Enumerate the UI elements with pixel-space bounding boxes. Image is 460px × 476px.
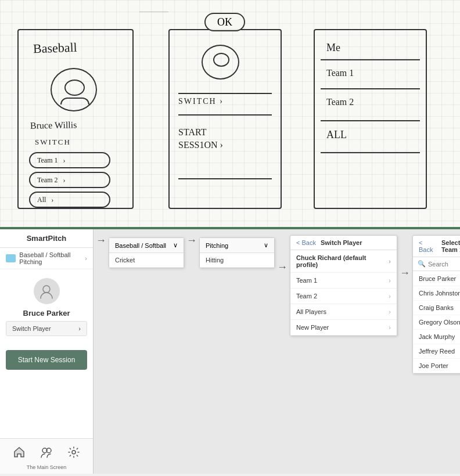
- sp-nav-sport[interactable]: Baseball / Softball Pitching ›: [0, 248, 93, 269]
- sport-chevron: ∨: [173, 241, 178, 249]
- home-nav-icon[interactable]: [6, 443, 33, 461]
- flow-arrow-4: →: [397, 264, 412, 282]
- new-arrow: ›: [389, 324, 391, 331]
- sketch-frame-1: Baseball Bruce Willis SWITCH Team 1 › Te…: [17, 29, 134, 209]
- sp-title: SmartPitch: [0, 229, 93, 248]
- team1-arrow: ›: [389, 277, 391, 284]
- select-panel-header: < Back Select Player from Team 1: [413, 236, 460, 257]
- dropdowns-column: Baseball / Softball ∨ Cricket: [109, 229, 184, 474]
- svg-point-0: [43, 286, 50, 293]
- switch-player-button[interactable]: Switch Player ›: [6, 321, 87, 336]
- sketch-avatar2: [202, 45, 239, 80]
- switch-panel-header: < Back Switch Player: [290, 236, 397, 250]
- all-arrow: ›: [389, 308, 391, 315]
- select-player-column: < Back Select Player from Team 1 🔍 Bruce…: [412, 229, 460, 474]
- settings-nav-icon[interactable]: [60, 443, 87, 461]
- flow-arrow-1: →: [94, 232, 109, 249]
- sport-cricket-label: Cricket: [115, 257, 135, 264]
- team2-item[interactable]: Team 2 ›: [290, 289, 397, 304]
- player-item[interactable]: Joe Porter: [413, 359, 460, 373]
- sport-icon: [6, 254, 16, 262]
- sketch-head2: [213, 53, 229, 67]
- player-item[interactable]: Craig Banks: [413, 301, 460, 315]
- search-input[interactable]: [428, 261, 460, 268]
- nav-sport-label: Baseball / Softball Pitching: [19, 251, 85, 265]
- select-back-link[interactable]: < Back: [419, 239, 437, 253]
- player-list: Bruce Parker✓Chris JohnstonCraig BanksGr…: [413, 271, 460, 373]
- sketch-connector: [139, 12, 168, 12]
- player-item[interactable]: Jeffrey Reed: [413, 344, 460, 359]
- sketch-all-btn: All ›: [29, 192, 110, 208]
- team1-item[interactable]: Team 1 ›: [290, 273, 397, 289]
- sketch-divider3: [321, 120, 420, 121]
- player-name-label: Bruce Parker: [419, 275, 456, 282]
- sketch-start-label: STARTSESS1ON ›: [178, 126, 223, 152]
- switch-player-panel: < Back Switch Player Chuck Richard (defa…: [290, 235, 397, 336]
- search-box: 🔍: [413, 257, 460, 271]
- team1-label: Team 1: [296, 277, 317, 284]
- sketch-team1-btn: Team 1 ›: [29, 152, 110, 168]
- sketch-frame-3: Me Team 1 Team 2 ALL: [314, 29, 427, 209]
- player-item[interactable]: Jack Murphy: [413, 330, 460, 344]
- player-name-label: Jack Murphy: [419, 333, 455, 340]
- sketch-team1-label: Team 1: [326, 68, 354, 78]
- sp-profile: Bruce Parker Switch Player › Start New S…: [0, 269, 93, 376]
- sketch-area: Baseball Bruce Willis SWITCH Team 1 › Te…: [0, 0, 460, 229]
- flow-arrow-3: →: [275, 258, 290, 276]
- start-session-button[interactable]: Start New Session: [6, 350, 87, 370]
- all-players-item[interactable]: All Players ›: [290, 304, 397, 320]
- sketch-divider2: [321, 88, 420, 89]
- sketch-switch-label: SWITCH: [35, 138, 71, 147]
- sp-bottom-label: The Main Screen: [0, 463, 93, 474]
- default-arrow: ›: [389, 258, 391, 265]
- sketch-all-label: ALL: [326, 129, 347, 141]
- sketch-line2: [178, 114, 272, 116]
- sketch-ok-btn: OK: [204, 13, 245, 31]
- player-name-label: Craig Banks: [419, 304, 454, 311]
- select-panel-title: Select Player from Team 1: [441, 239, 460, 253]
- player-item[interactable]: Chris Johnston: [413, 286, 460, 301]
- sketch-line3: [178, 178, 272, 179]
- svg-point-3: [72, 450, 76, 454]
- mode-column: Pitching ∨ Hitting: [199, 229, 275, 474]
- sport-dropdown: Baseball / Softball ∨ Cricket: [109, 237, 184, 268]
- team2-label: Team 2: [296, 293, 317, 300]
- flow-arrow-2: →: [184, 232, 199, 249]
- mode-option-hitting[interactable]: Hitting: [200, 253, 274, 268]
- nav-arrow: ›: [85, 255, 87, 262]
- ui-area: SmartPitch Baseball / Softball Pitching …: [0, 229, 460, 474]
- all-players-label: All Players: [296, 308, 326, 315]
- player-name-label: Joe Porter: [419, 362, 448, 369]
- switch-panels: < Back Switch Player Chuck Richard (defa…: [290, 229, 397, 474]
- switch-back-link[interactable]: < Back: [296, 239, 316, 246]
- mode-dropdown: Pitching ∨ Hitting: [199, 237, 275, 268]
- sport-option-cricket[interactable]: Cricket: [109, 253, 184, 268]
- default-profile-item[interactable]: Chuck Richard (default profile) ›: [290, 250, 397, 273]
- sketch-switch2-label: SWITCH ›: [178, 97, 224, 106]
- player-name-label: Chris Johnston: [419, 290, 460, 297]
- player-item[interactable]: Gregory Olson: [413, 315, 460, 330]
- new-player-label: New Player: [296, 324, 329, 331]
- player-name-label: Gregory Olson: [419, 319, 460, 326]
- search-icon: 🔍: [418, 260, 426, 268]
- sketch-team2-label: Team 2: [326, 97, 354, 107]
- sketch-avatar-circle: [51, 68, 97, 111]
- team-nav-icon[interactable]: [33, 443, 60, 461]
- sp-bottom-nav: [0, 438, 93, 463]
- sport-dropdown-header[interactable]: Baseball / Softball ∨: [109, 238, 184, 253]
- sketch-line1: [178, 93, 272, 94]
- sport-selected-label: Baseball / Softball: [115, 242, 166, 249]
- sketch-avatar-body: [60, 98, 89, 104]
- mode-hitting-label: Hitting: [206, 257, 224, 264]
- select-player-panel: < Back Select Player from Team 1 🔍 Bruce…: [412, 235, 460, 374]
- sketch-name-label: Bruce Willis: [30, 120, 77, 131]
- new-player-item[interactable]: New Player ›: [290, 320, 397, 336]
- sketch-me-label: Me: [326, 42, 340, 54]
- mode-selected-label: Pitching: [206, 242, 228, 249]
- mode-dropdown-header[interactable]: Pitching ∨: [200, 238, 274, 253]
- player-name-label: Jeffrey Reed: [419, 348, 455, 355]
- player-item[interactable]: Bruce Parker✓: [413, 271, 460, 286]
- switch-arrow-icon: ›: [78, 325, 81, 332]
- smartpitch-panel: SmartPitch Baseball / Softball Pitching …: [0, 229, 94, 474]
- avatar: [34, 278, 60, 304]
